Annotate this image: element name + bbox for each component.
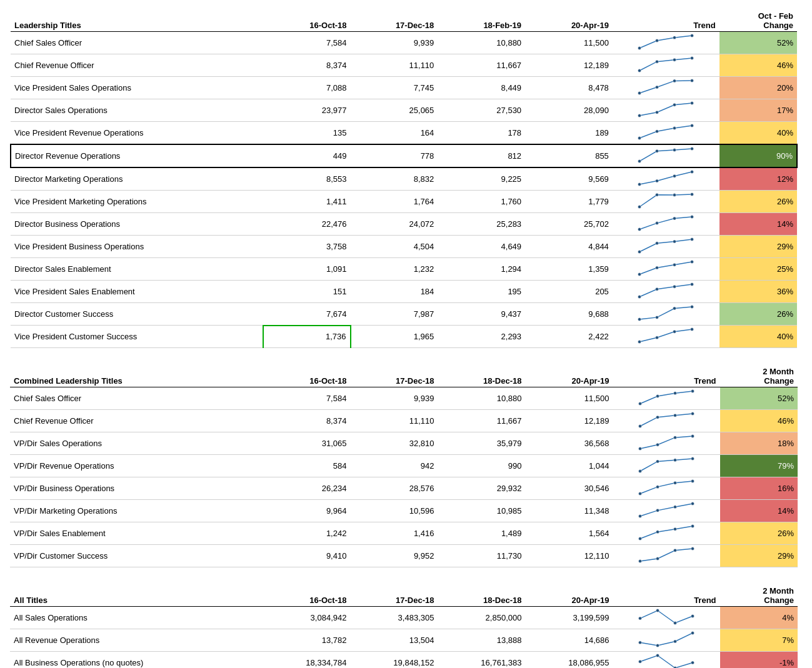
- row-title: Vice President Business Operations: [11, 236, 263, 258]
- svg-point-57: [656, 394, 659, 397]
- change-cell: 14%: [720, 500, 798, 522]
- row-title: All Sales Operations: [10, 607, 263, 629]
- data-cell: 11,110: [351, 54, 438, 77]
- svg-point-84: [638, 560, 641, 563]
- svg-point-81: [656, 531, 659, 534]
- row-title: Vice President Revenue Operations: [11, 122, 263, 145]
- data-cell: 9,569: [525, 167, 613, 191]
- date-header-2: 18-Feb-19: [438, 10, 525, 32]
- data-cell: 8,374: [263, 54, 351, 77]
- table-row: Chief Revenue Officer8,37411,11011,66712…: [10, 410, 798, 432]
- svg-point-46: [673, 285, 676, 288]
- svg-point-10: [673, 79, 676, 82]
- svg-point-2: [673, 36, 676, 39]
- change-cell: 14%: [719, 213, 797, 236]
- change-cell: 79%: [720, 455, 798, 477]
- svg-point-32: [638, 228, 641, 231]
- svg-point-38: [673, 240, 676, 243]
- svg-point-92: [638, 641, 641, 644]
- change-cell: 29%: [719, 236, 797, 258]
- row-title: VP/Dir Sales Operations: [10, 432, 263, 455]
- svg-point-95: [691, 632, 694, 635]
- date-header-2: 18-Dec-18: [438, 366, 525, 387]
- change-cell: 4%: [720, 607, 798, 629]
- data-cell: 11,348: [525, 500, 613, 522]
- trend-cell: [613, 144, 719, 167]
- data-cell: 1,242: [263, 522, 350, 545]
- sparkline-svg: [634, 192, 697, 209]
- data-cell: 11,500: [525, 32, 613, 54]
- sparkline-svg: [634, 214, 697, 232]
- table-row: VP/Dir Customer Success9,4109,95211,7301…: [10, 545, 798, 567]
- row-title: Chief Revenue Officer: [11, 54, 263, 77]
- svg-point-6: [673, 58, 676, 61]
- trend-cell: [613, 522, 719, 545]
- data-cell: 2,850,000: [438, 607, 525, 629]
- section-combined: Combined Leadership Titles 16-Oct-1817-D…: [10, 366, 802, 567]
- data-cell: 9,410: [263, 545, 350, 567]
- column-header-row: Leadership Titles 16-Oct-1817-Dec-1818-F…: [11, 10, 797, 32]
- sparkline-svg: [635, 456, 698, 474]
- svg-point-66: [673, 436, 676, 439]
- data-cell: 7,745: [351, 77, 438, 99]
- svg-point-64: [638, 447, 641, 451]
- data-cell: 22,476: [263, 213, 351, 236]
- svg-point-43: [691, 261, 694, 264]
- svg-point-19: [691, 124, 694, 127]
- data-cell: 3,199,599: [525, 607, 613, 629]
- date-header-2: 18-Dec-18: [438, 585, 525, 607]
- data-cell: 1,091: [263, 258, 351, 281]
- svg-point-24: [638, 183, 641, 186]
- change-cell: 26%: [719, 303, 797, 326]
- change-cell: 40%: [719, 326, 797, 348]
- data-cell: 778: [351, 144, 438, 167]
- trend-cell: [613, 122, 719, 145]
- data-cell: 23,977: [263, 99, 351, 122]
- svg-point-16: [638, 137, 641, 140]
- svg-point-52: [638, 341, 641, 344]
- row-title: VP/Dir Revenue Operations: [10, 455, 263, 477]
- data-cell: 28,576: [350, 477, 438, 500]
- trend-cell: [613, 303, 719, 326]
- data-cell: 18,334,784: [263, 652, 350, 669]
- data-cell: 9,437: [438, 303, 525, 326]
- svg-point-85: [656, 557, 659, 560]
- svg-point-96: [638, 660, 641, 663]
- sparkline-svg: [635, 479, 698, 496]
- date-header-3: 20-Apr-19: [525, 10, 613, 32]
- trend-cell: [613, 99, 719, 122]
- svg-point-48: [638, 318, 641, 321]
- table-row: Chief Sales Officer7,5849,93910,88011,50…: [10, 387, 798, 410]
- svg-point-51: [691, 306, 694, 309]
- column-header-row: Combined Leadership Titles 16-Oct-1817-D…: [10, 366, 798, 387]
- row-title: Vice President Sales Enablement: [11, 281, 263, 303]
- data-cell[interactable]: 1,736: [263, 326, 351, 348]
- svg-point-53: [656, 336, 659, 339]
- row-title: Vice President Customer Success: [11, 326, 263, 348]
- svg-point-78: [673, 506, 676, 509]
- svg-point-22: [673, 149, 676, 152]
- svg-point-79: [691, 502, 694, 506]
- data-cell: 135: [263, 122, 351, 145]
- trend-cell: [613, 326, 719, 348]
- svg-point-65: [656, 443, 659, 446]
- trend-cell: [613, 167, 719, 191]
- svg-point-75: [691, 480, 694, 483]
- svg-point-40: [638, 273, 641, 276]
- svg-point-25: [656, 179, 659, 182]
- data-cell: 9,939: [350, 387, 438, 410]
- data-cell: 11,500: [525, 387, 613, 410]
- sparkline-svg: [634, 123, 697, 141]
- table-row: All Revenue Operations13,78213,50413,888…: [10, 629, 798, 652]
- trend-cell: [613, 281, 719, 303]
- data-cell: 13,782: [263, 629, 350, 652]
- data-cell: 2,422: [525, 326, 613, 348]
- svg-point-97: [656, 654, 659, 657]
- data-cell: 4,504: [351, 236, 438, 258]
- table-row: Director Sales Operations23,97725,06527,…: [11, 99, 797, 122]
- row-title: VP/Dir Marketing Operations: [10, 500, 263, 522]
- data-cell: 29,932: [438, 477, 525, 500]
- data-cell: 11,667: [438, 54, 525, 77]
- data-cell: 1,359: [525, 258, 613, 281]
- table-row: Vice President Revenue Operations1351641…: [11, 122, 797, 145]
